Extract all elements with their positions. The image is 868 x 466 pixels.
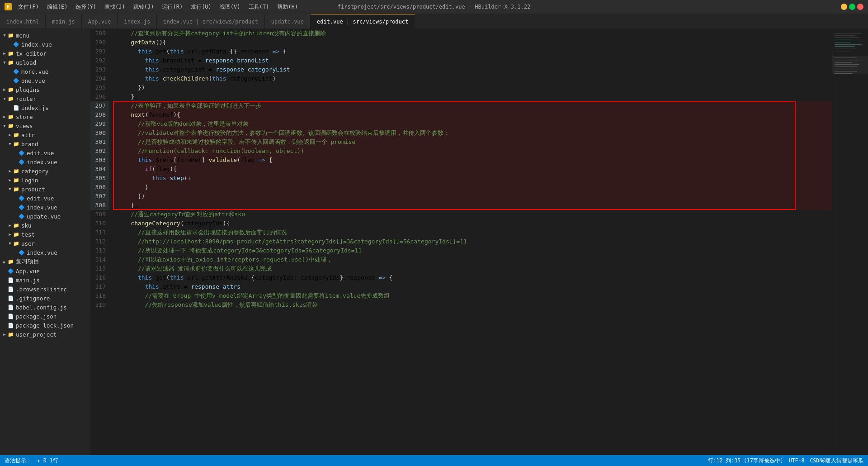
sidebar-item-user-project[interactable]: 📁 user_project — [0, 330, 90, 339]
code-line-296[interactable]: }, — [113, 92, 832, 101]
code-line-314[interactable]: //可以在axios中的_axios.interceptors.request.… — [113, 255, 832, 264]
tab-update-vue[interactable]: update.vue — [265, 14, 311, 29]
tab-edit-vue-product[interactable]: edit.vue | src/views/product — [311, 14, 415, 29]
menu-release[interactable]: 发行(U) — [187, 2, 215, 12]
tab-main-js[interactable]: main.js — [46, 14, 82, 29]
label-login: login — [21, 177, 38, 184]
menu-select[interactable]: 选择(Y) — [72, 2, 100, 12]
sidebar-item-login[interactable]: 📁 login — [0, 176, 90, 185]
sidebar-item-package-json[interactable]: 📄 package.json — [0, 312, 90, 321]
code-line-304[interactable]: if(flag){ — [113, 165, 832, 174]
code-line-291[interactable]: this.get(this.url.getData,{},response =>… — [113, 47, 832, 56]
code-line-318[interactable]: //需要在 Group 中使用v-model绑定Array类型的变量因此需要将i… — [113, 291, 832, 300]
menu-help[interactable]: 帮助(H) — [274, 2, 302, 12]
code-line-309[interactable]: //通过categoryId查到对应的attr和sku — [113, 210, 832, 219]
code-line-313[interactable]: //所以要处理一下 将他变成categoryIds=3&categoryIds=… — [113, 246, 832, 255]
status-position[interactable]: 行:12 列:35 (17字符被选中) — [708, 457, 783, 464]
code-line-308[interactable]: }, — [113, 201, 832, 210]
tab-index-vue-product[interactable]: index.vue | src/views/product — [157, 14, 265, 29]
svg-rect-11 — [835, 52, 853, 52]
sidebar-item-brand[interactable]: 📁 brand — [0, 139, 90, 148]
code-line-290[interactable]: getData(){ — [113, 38, 832, 47]
sidebar-item-main-js[interactable]: 📄 main.js — [0, 276, 90, 285]
minimize-button[interactable]: − — [841, 4, 847, 10]
code-line-297[interactable]: //表单验证，如果表单全部验证通过则进入下一步 — [113, 101, 832, 110]
menu-edit[interactable]: 编辑(E) — [43, 2, 71, 12]
sidebar-item-test[interactable]: 📁 test — [0, 230, 90, 239]
tab-index-html[interactable]: index.html — [0, 14, 46, 29]
code-line-301[interactable]: //是否校验成功和未通过校验的字段。若不传入回调函数，则会返回一个 promis… — [113, 138, 832, 147]
menu-run[interactable]: 运行(R) — [158, 2, 186, 12]
menu-find[interactable]: 查找(J) — [101, 2, 129, 12]
sidebar-item-product-index[interactable]: 🔷 index.vue — [0, 203, 90, 212]
sidebar-item-product[interactable]: 📁 product — [0, 185, 90, 194]
menu-jump[interactable]: 跳转(J) — [130, 2, 158, 12]
code-line-312[interactable]: //http://localhost:8090/pms-product/getA… — [113, 237, 832, 246]
code-line-300[interactable]: //validate对整个表单进行校验的方法，参数为一个回调函数。该回调函数会在… — [113, 128, 832, 138]
menu-file[interactable]: 文件(F) — [14, 2, 42, 12]
editor-area[interactable]: 2892902912922932942952962972982993003013… — [90, 29, 868, 455]
sidebar-item-brand-index[interactable]: 🔷 index.vue — [0, 157, 90, 166]
menu-view[interactable]: 视图(V) — [216, 2, 244, 12]
svg-rect-21 — [835, 71, 857, 72]
sidebar-item-router[interactable]: 📁 router — [0, 94, 90, 103]
label-plugins: plugins — [16, 86, 40, 93]
status-syntax[interactable]: 语法提示： — [5, 457, 32, 464]
sidebar-item-product-edit[interactable]: 🔷 edit.vue — [0, 194, 90, 203]
sidebar-item-attr[interactable]: 📁 attr — [0, 130, 90, 139]
code-line-316[interactable]: this.get(this.url.getAttrAndSku,{categor… — [113, 273, 832, 282]
sidebar-item-brand-edit[interactable]: 🔷 edit.vue — [0, 148, 90, 157]
sidebar-item-more-vue[interactable]: 🔷 more.vue — [0, 67, 90, 76]
code-line-315[interactable]: //请求过滤器 发请求前你要做什么可以在这儿完成 — [113, 264, 832, 273]
code-line-306[interactable]: } — [113, 183, 832, 192]
code-line-310[interactable]: changeCategory(categoryIds){ — [113, 219, 832, 228]
sidebar-item-sku[interactable]: 📁 sku — [0, 221, 90, 230]
sidebar-item-browserslistrc[interactable]: 📄 .browserslistrc — [0, 285, 90, 294]
tab-index-js[interactable]: index.js — [118, 14, 157, 29]
close-button[interactable]: × — [857, 4, 863, 10]
sidebar-item-one-vue[interactable]: 🔷 one.vue — [0, 76, 90, 85]
code-line-298[interactable]: next(formRef){ — [113, 110, 832, 119]
code-line-299[interactable]: //获取vue版的dom对象，这里是表单对象 — [113, 119, 832, 128]
sidebar-item-category[interactable]: 📁 category — [0, 166, 90, 176]
maximize-button[interactable]: □ — [849, 4, 855, 10]
code-line-295[interactable]: }) — [113, 83, 832, 92]
sidebar-item-tx-editor[interactable]: 📁 tx-editor — [0, 49, 90, 58]
sidebar-item-store[interactable]: 📁 store — [0, 112, 90, 121]
tab-app-vue[interactable]: App.vue — [82, 14, 118, 29]
code-line-319[interactable]: //先给response添加value属性，然后再赋值给this.skus渲染 — [113, 300, 832, 309]
sidebar-item-package-lock[interactable]: 📄 package-lock.json — [0, 321, 90, 330]
code-line-293[interactable]: this.categoryList = response.categoryLis… — [113, 65, 832, 74]
code-line-292[interactable]: this.brandList = response.brandList — [113, 56, 832, 65]
file-icon-user-index: 🔷 — [18, 249, 25, 256]
code-line-307[interactable]: }) — [113, 192, 832, 201]
code-line-294[interactable]: this.checkChildren(this.categoryList) — [113, 74, 832, 83]
status-lines[interactable]: ↕ 0 1行 — [37, 457, 58, 464]
status-encoding[interactable]: UTF-8 — [789, 457, 805, 464]
sidebar-item-plugins[interactable]: 📁 plugins — [0, 85, 90, 94]
code-line-289[interactable]: //查询到所有分类并将categoryList中的children没有内容的直接… — [113, 29, 832, 38]
sidebar-item-fuxiproject[interactable]: 📁 复习项目 — [0, 257, 90, 266]
code-line-305[interactable]: this.step++ — [113, 174, 832, 183]
sidebar-item-menu[interactable]: 📁 menu — [0, 31, 90, 40]
code-line-303[interactable]: this.$refs[formRef].validate(flag => { — [113, 156, 832, 165]
sidebar-item-app-vue[interactable]: 🔷 App.vue — [0, 266, 90, 276]
code-line-311[interactable]: //直接这样用数组请求会出现链接的参数后面带[]的情况 — [113, 228, 832, 237]
code-lines[interactable]: //查询到所有分类并将categoryList中的children没有内容的直接… — [113, 29, 832, 455]
window-controls[interactable]: − □ × — [841, 4, 863, 10]
menu-tools[interactable]: 工具(T) — [245, 2, 273, 12]
sidebar-item-babel-config[interactable]: 📄 babel.config.js — [0, 303, 90, 312]
code-line-302[interactable]: //Function(callback: Function(boolean, o… — [113, 147, 832, 156]
folder-icon-upload: 📁 — [7, 59, 14, 66]
sidebar-item-upload[interactable]: 📁 upload — [0, 58, 90, 67]
code-line-317[interactable]: this.attrs = response.attrs — [113, 282, 832, 291]
code-container[interactable]: 2892902912922932942952962972982993003013… — [90, 29, 868, 455]
sidebar-item-user[interactable]: 📁 user — [0, 239, 90, 248]
sidebar-item-menu-index[interactable]: 🔷 index.vue — [0, 40, 90, 49]
sidebar-item-gitignore[interactable]: 📄 .gitignore — [0, 294, 90, 303]
sidebar-item-product-update[interactable]: 🔷 update.vue — [0, 212, 90, 221]
status-user[interactable]: CSDN@唐人街都是笨瓜 — [810, 457, 863, 464]
sidebar-item-router-index[interactable]: 📄 index.js — [0, 103, 90, 112]
sidebar-item-views[interactable]: 📁 views — [0, 121, 90, 130]
sidebar-item-user-index[interactable]: 🔷 index.vue — [0, 248, 90, 257]
